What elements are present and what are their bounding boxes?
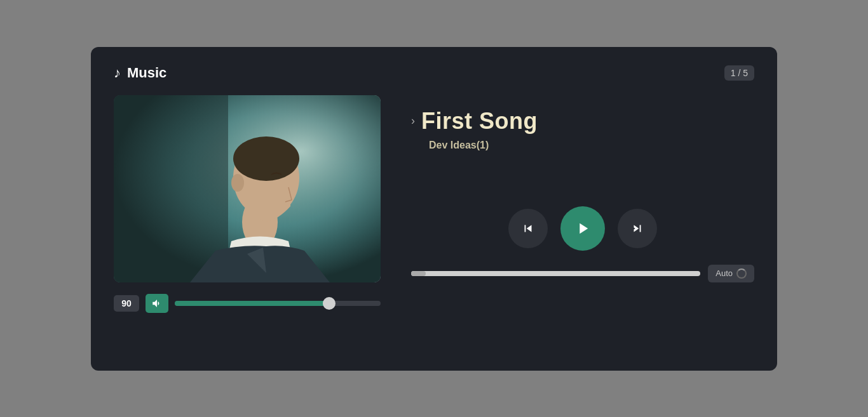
app-title: Music	[127, 65, 166, 81]
right-section: › First Song Dev Ideas(1)	[411, 95, 754, 282]
skip-next-icon	[630, 222, 644, 235]
song-subtitle: Dev Ideas(1)	[429, 140, 754, 151]
svg-point-5	[233, 136, 299, 181]
song-title: First Song	[421, 108, 538, 135]
auto-label: Auto	[715, 268, 733, 278]
album-art	[114, 95, 381, 282]
header-left: ♪ Music	[114, 65, 166, 81]
svg-rect-2	[114, 95, 228, 282]
prev-button[interactable]	[508, 209, 548, 248]
play-button[interactable]	[560, 206, 605, 251]
next-button[interactable]	[618, 209, 657, 248]
play-icon	[574, 220, 592, 237]
header: ♪ Music 1 / 5	[114, 65, 754, 81]
song-info: › First Song Dev Ideas(1)	[411, 108, 754, 151]
player-card: ♪ Music 1 / 5	[91, 47, 777, 371]
album-art-svg	[114, 95, 381, 282]
volume-bar: 90	[114, 294, 381, 313]
counter-badge: 1 / 5	[724, 65, 754, 81]
controls-section: Auto	[411, 206, 754, 282]
volume-number: 90	[114, 295, 139, 312]
chevron-icon: ›	[411, 114, 415, 128]
speaker-icon	[151, 298, 163, 309]
volume-slider-thumb[interactable]	[323, 297, 336, 310]
progress-row: Auto	[411, 265, 754, 282]
volume-slider-fill	[175, 301, 329, 306]
volume-button[interactable]	[146, 294, 168, 313]
svg-point-6	[231, 174, 244, 192]
music-icon: ♪	[114, 65, 121, 81]
album-art-section: 90	[114, 95, 381, 313]
main-content: 90 › First Song Dev Ideas(1)	[114, 95, 754, 348]
progress-slider[interactable]	[411, 271, 700, 276]
spinner-icon	[736, 268, 747, 279]
song-title-row: › First Song	[411, 108, 754, 135]
skip-prev-icon	[521, 222, 535, 235]
progress-fill	[411, 271, 426, 276]
playback-controls	[508, 206, 657, 251]
volume-slider[interactable]	[175, 301, 381, 306]
auto-button[interactable]: Auto	[708, 265, 754, 282]
